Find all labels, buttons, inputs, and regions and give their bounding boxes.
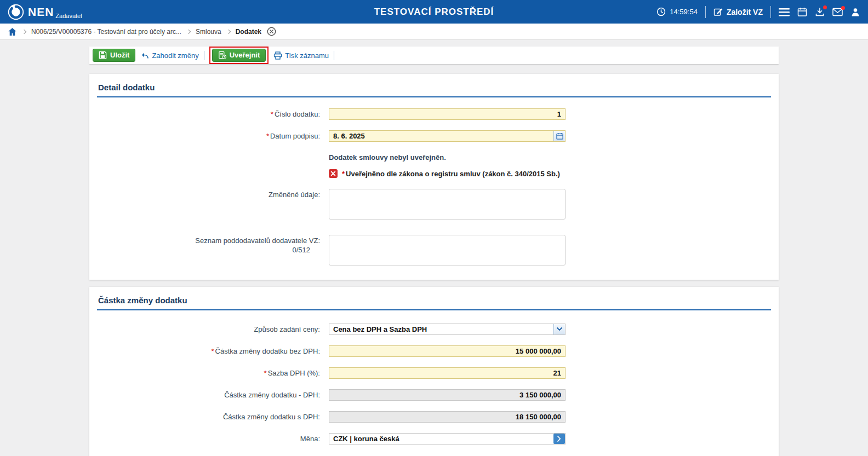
publish-label: Uveřejnit (230, 51, 260, 59)
discard-changes-label: Zahodit změny (152, 51, 198, 60)
nen-logo[interactable]: NEN Zadavatel (8, 4, 82, 20)
messages-icon[interactable] (832, 8, 843, 16)
edit-icon (713, 7, 723, 16)
chevron-down-icon[interactable] (553, 324, 565, 334)
required-mark: * (264, 369, 267, 377)
breadcrumb-chevron-icon (186, 29, 191, 33)
create-vz-label: Založit VZ (727, 8, 763, 16)
section-title: Detail dodatku (97, 80, 771, 97)
save-label: Uložit (110, 51, 129, 59)
datum-podpisu-label: *Datum podpisu: (97, 130, 324, 141)
breadcrumb-chevron-icon (22, 29, 26, 33)
close-tab-icon[interactable] (267, 27, 276, 36)
calendar-icon[interactable] (797, 7, 807, 17)
environment-title: TESTOVACÍ PROSTŘEDÍ (374, 7, 494, 18)
downloads-badge (823, 5, 827, 9)
sazba-dph-input[interactable] (329, 367, 566, 379)
castka-dph-label: Částka změny dodatku - DPH: (97, 389, 324, 400)
print-record-label: Tisk záznamu (285, 51, 329, 60)
breadcrumb-chevron-icon (226, 29, 230, 33)
publish-icon (218, 51, 226, 59)
printer-icon (273, 51, 282, 60)
breadcrumb: N006/25/V00005376 - Testování dat pro úč… (0, 24, 868, 40)
castka-bez-dph-label: *Částka změny dodatku bez DPH: (97, 345, 324, 356)
toolbar-divider (204, 51, 204, 60)
clock-icon (656, 7, 666, 16)
topbar-divider (770, 6, 771, 18)
section-title: Částka změny dodatku (97, 293, 771, 310)
sazba-dph-label: *Sazba DPH (%): (97, 367, 324, 378)
castka-bez-dph-input[interactable] (329, 345, 566, 357)
home-icon[interactable] (8, 27, 17, 36)
brand-subtitle: Zadavatel (55, 13, 82, 19)
required-mark: * (271, 110, 273, 118)
publish-button[interactable]: Uveřejnit (212, 49, 266, 62)
seznam-poddodavatelu-textarea[interactable] (329, 235, 566, 265)
topbar-divider (705, 6, 706, 18)
publish-highlight-box: Uveřejnit (209, 47, 269, 64)
menu-icon[interactable] (779, 8, 790, 16)
print-record-button[interactable]: Tisk záznamu (273, 51, 329, 60)
downloads-icon[interactable] (815, 7, 825, 17)
record-toolbar: Uložit Zahodit změny Uveřejnit Tisk zázn… (89, 47, 779, 64)
brand-name: NEN (28, 6, 54, 18)
zmenene-udaje-label: Změněné údaje: (97, 189, 324, 200)
publication-status-note: Dodatek smlouvy nebyl uveřejněn. (329, 152, 566, 161)
mena-label: Měna: (97, 433, 324, 444)
castka-s-dph-readonly (329, 411, 566, 423)
breadcrumb-item-contract[interactable]: N006/25/V00005376 - Testování dat pro úč… (31, 28, 181, 36)
create-vz-button[interactable]: Založit VZ (713, 7, 763, 16)
undo-icon (140, 51, 149, 59)
detail-dodatku-section: Detail dodatku *Číslo dodatku: *Datum po… (89, 74, 779, 280)
breadcrumb-item-dodatek: Dodatek (236, 28, 261, 36)
breadcrumb-item-smlouva[interactable]: Smlouva (196, 28, 221, 36)
zmenene-udaje-textarea[interactable] (329, 189, 566, 220)
save-button[interactable]: Uložit (93, 49, 135, 62)
castka-s-dph-label: Částka změny dodatku s DPH: (97, 411, 324, 422)
required-mark: * (266, 132, 269, 140)
topbar: NEN Zadavatel TESTOVACÍ PROSTŘEDÍ 14:59:… (0, 0, 868, 24)
time-text: 14:59:54 (670, 8, 698, 16)
datepicker-button[interactable] (553, 131, 565, 141)
datum-podpisu-input[interactable] (329, 130, 566, 142)
toolbar-divider (334, 51, 334, 60)
castka-zmeny-section: Částka změny dodatku Způsob zadání ceny:… (89, 287, 779, 456)
mena-input[interactable] (329, 433, 566, 445)
seznam-poddodavatelu-label: Seznam poddodavatelů dodavatele VZ: 0/51… (97, 235, 324, 255)
discard-changes-button[interactable]: Zahodit změny (140, 51, 198, 60)
save-icon (99, 51, 107, 59)
server-time: 14:59:54 (656, 7, 698, 16)
castka-dph-readonly (329, 389, 566, 401)
required-mark: * (342, 170, 345, 178)
uverejneno-checkbox[interactable] (329, 169, 338, 178)
uverejneno-label: *Uveřejněno dle zákona o registru smluv … (342, 170, 560, 178)
user-icon[interactable] (850, 7, 860, 17)
required-mark: * (211, 347, 214, 355)
zpusob-zadani-ceny-label: Způsob zadání ceny: (97, 324, 324, 334)
messages-badge (841, 6, 845, 10)
nen-logo-icon (8, 4, 24, 20)
cislo-dodatku-label: *Číslo dodatku: (97, 108, 324, 119)
char-counter: 0/512 (97, 246, 310, 255)
cislo-dodatku-input[interactable] (329, 108, 566, 120)
zpusob-zadani-ceny-select[interactable] (329, 324, 566, 335)
chevron-right-icon[interactable] (553, 434, 565, 444)
